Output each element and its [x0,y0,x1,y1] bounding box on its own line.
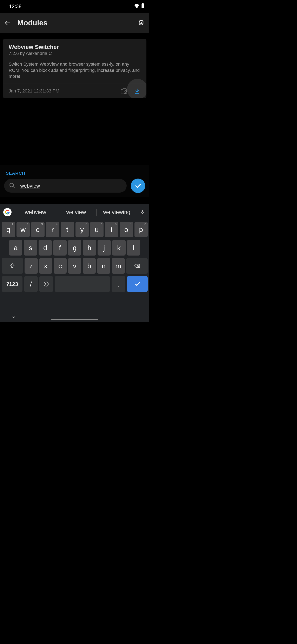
backspace-key[interactable] [126,258,148,274]
suggestion-2[interactable]: we view [56,209,96,216]
nav-bar [0,313,149,322]
key-d[interactable]: d [38,240,52,256]
download-icon[interactable] [134,88,141,94]
wifi-icon: ⇅ [134,4,139,9]
search-icon [9,182,16,189]
key-c[interactable]: c [54,258,67,274]
suggestion-1[interactable]: webview [15,209,56,216]
key-p[interactable]: p0 [134,222,148,237]
key-g[interactable]: g [68,240,81,256]
svg-text:i: i [125,91,126,94]
key-h[interactable]: h [83,240,96,256]
key-l[interactable]: l [127,240,140,256]
svg-point-6 [10,183,13,187]
keyboard: webview we view we viewing q1w2e3r4t5y6u… [0,204,149,322]
key-s[interactable]: s [24,240,37,256]
enter-key[interactable] [127,276,148,292]
key-z[interactable]: z [24,258,37,274]
key-a[interactable]: a [9,240,22,256]
suggestion-3[interactable]: we viewing [96,209,137,216]
battery-icon [141,3,144,10]
key-b[interactable]: b [83,258,96,274]
key-t[interactable]: t5 [61,222,74,237]
search-field[interactable] [4,179,127,192]
module-description: Switch System WebView and browser system… [9,61,141,80]
key-k[interactable]: k [112,240,125,256]
status-time: 12:38 [9,4,21,9]
key-o[interactable]: o9 [120,222,133,237]
search-panel: SEARCH [0,165,149,197]
svg-rect-2 [142,3,144,4]
key-q[interactable]: q1 [2,222,15,237]
svg-point-9 [47,283,47,284]
key-j[interactable]: j [98,240,111,256]
changelog-icon[interactable]: i [120,88,127,94]
svg-rect-1 [141,4,144,8]
key-u[interactable]: u7 [90,222,103,237]
app-header: Modules [0,13,149,33]
keyboard-keys: q1w2e3r4t5y6u7i8o9p0 asdfghjkl zxcvbnm ?… [0,220,149,322]
svg-point-7 [44,282,48,286]
content-area: Webview Switcher 7.2.6 by Alexandria C S… [0,39,149,98]
key-v[interactable]: v [68,258,81,274]
suggestion-bar: webview we view we viewing [0,204,149,220]
google-icon[interactable] [3,208,11,216]
key-n[interactable]: n [97,258,110,274]
search-confirm-button[interactable] [131,178,145,193]
space-key[interactable] [55,276,110,292]
key-y[interactable]: y6 [75,222,89,237]
search-input[interactable] [20,183,122,189]
mic-icon[interactable] [140,209,146,215]
emoji-key[interactable] [39,276,53,292]
module-name: Webview Switcher [9,44,141,50]
svg-point-8 [45,283,46,284]
keyboard-hide-icon[interactable] [11,315,16,320]
module-card-top: Webview Switcher 7.2.6 by Alexandria C S… [3,39,146,84]
module-meta: 7.2.6 by Alexandria C [9,51,141,56]
key-f[interactable]: f [53,240,66,256]
shift-key[interactable] [2,258,23,274]
page-title: Modules [17,18,137,27]
back-button[interactable] [4,19,12,27]
status-bar: 12:38 ⇅ [0,0,149,13]
svg-text:⇅: ⇅ [137,7,138,8]
key-w[interactable]: w2 [16,222,30,237]
svg-point-3 [139,20,143,22]
key-e[interactable]: e3 [31,222,44,237]
gesture-pill[interactable] [51,319,98,320]
module-date: Jan 7, 2021 12:31:33 PM [9,88,120,94]
key-i[interactable]: i8 [105,222,118,237]
module-card-bottom: Jan 7, 2021 12:31:33 PM i [3,84,146,98]
symnum-key[interactable]: ?123 [2,276,22,292]
status-icons: ⇅ [134,3,144,10]
key-x[interactable]: x [39,258,52,274]
slash-key[interactable]: / [24,276,38,292]
repo-button[interactable] [137,19,146,27]
key-m[interactable]: m [112,258,125,274]
period-key[interactable]: . [112,276,125,292]
module-card[interactable]: Webview Switcher 7.2.6 by Alexandria C S… [3,39,146,98]
search-label: SEARCH [0,165,149,178]
key-r[interactable]: r4 [46,222,59,237]
